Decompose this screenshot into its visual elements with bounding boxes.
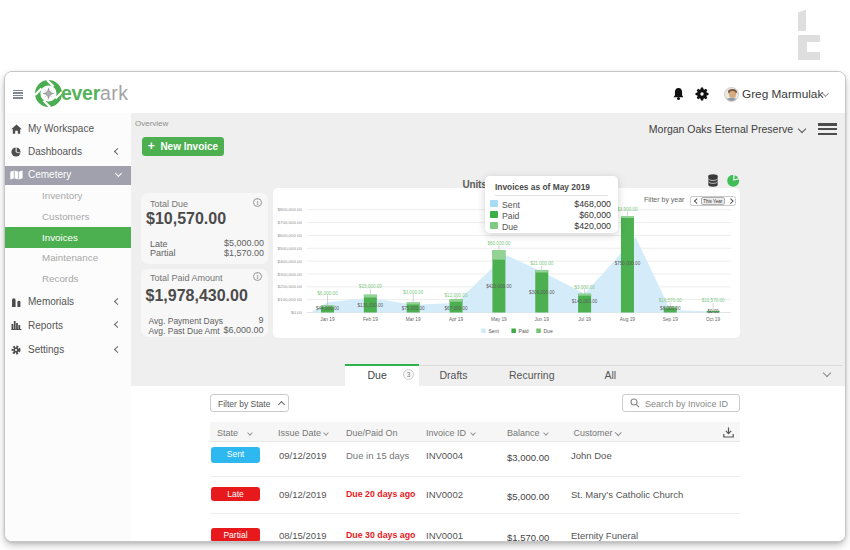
svg-text:Jul 19: Jul 19: [578, 317, 591, 322]
svg-text:$3,000.00: $3,000.00: [403, 290, 424, 295]
svg-text:Apr 19: Apr 19: [449, 317, 463, 322]
svg-text:May 19: May 19: [491, 317, 507, 322]
svg-text:$141,000.00: $141,000.00: [572, 299, 598, 304]
svg-text:$750,000.00: $750,000.00: [615, 261, 641, 266]
svg-text:$420,000.00: $420,000.00: [486, 284, 512, 289]
svg-text:$44,000.00: $44,000.00: [316, 306, 339, 311]
svg-text:$600,000.00: $600,000.00: [278, 233, 303, 238]
svg-text:Due: Due: [544, 328, 553, 334]
svg-text:$200,000.00: $200,000.00: [278, 284, 303, 289]
svg-text:Paid: Paid: [519, 328, 529, 334]
svg-text:Mar 19: Mar 19: [406, 317, 421, 322]
svg-text:$6,000.00: $6,000.00: [317, 291, 338, 296]
svg-text:$400,000.00: $400,000.00: [278, 259, 303, 264]
svg-text:$8,000.00: $8,000.00: [660, 306, 681, 311]
svg-text:$3,900.00: $3,900.00: [617, 207, 638, 212]
svg-text:Jun 19: Jun 19: [535, 317, 550, 322]
svg-text:$21,000.00: $21,000.00: [530, 261, 553, 266]
svg-text:Sep 19: Sep 19: [663, 317, 679, 322]
svg-text:$0.00: $0.00: [291, 310, 303, 315]
svg-text:$131,000.00: $131,000.00: [358, 303, 384, 308]
svg-text:Aug 19: Aug 19: [620, 317, 636, 322]
svg-text:$306,000.00: $306,000.00: [529, 290, 555, 295]
svg-text:$12,000.00: $12,000.00: [445, 293, 468, 298]
svg-text:$16,570.00: $16,570.00: [659, 298, 682, 303]
svg-text:Feb 19: Feb 19: [363, 317, 378, 322]
svg-text:Oct 19: Oct 19: [706, 317, 720, 322]
svg-text:$500,000.00: $500,000.00: [278, 246, 303, 251]
svg-text:$700,000.00: $700,000.00: [278, 220, 303, 225]
svg-text:Jan 19: Jan 19: [320, 317, 335, 322]
svg-text:$100,000.00: $100,000.00: [278, 297, 303, 302]
svg-text:$60,000.00: $60,000.00: [487, 241, 510, 246]
svg-text:$300,000.00: $300,000.00: [278, 272, 303, 277]
svg-text:$10,570.00: $10,570.00: [702, 298, 725, 303]
svg-text:$800,000.00: $800,000.00: [278, 207, 303, 212]
svg-text:$67,000.00: $67,000.00: [445, 306, 468, 311]
svg-text:$75,000.00: $75,000.00: [402, 306, 425, 311]
svg-text:Sent: Sent: [489, 328, 500, 334]
svg-text:$3,000.00: $3,000.00: [574, 285, 595, 290]
svg-text:$15,000.00: $15,000.00: [359, 284, 382, 289]
svg-text:$0.00: $0.00: [707, 309, 719, 314]
